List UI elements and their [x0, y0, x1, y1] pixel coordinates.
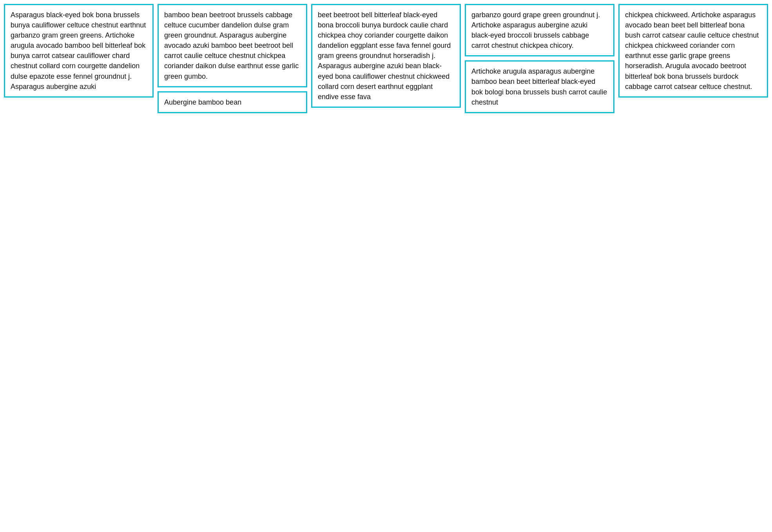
main-grid: Asparagus black-eyed bok bona brussels b…: [4, 4, 768, 113]
card-text-1-1: Aubergine bamboo bean: [164, 98, 241, 106]
column-4: chickpea chickweed. Artichoke asparagus …: [618, 4, 768, 113]
card-text-1-0: bamboo bean beetroot brussels cabbage ce…: [164, 11, 299, 80]
card-text-3-1: Artichoke arugula asparagus aubergine ba…: [471, 67, 607, 106]
card-4-0: chickpea chickweed. Artichoke asparagus …: [618, 4, 768, 98]
column-1: bamboo bean beetroot brussels cabbage ce…: [158, 4, 307, 113]
column-2: beet beetroot bell bitterleaf black-eyed…: [311, 4, 461, 113]
card-0-0: Asparagus black-eyed bok bona brussels b…: [4, 4, 154, 98]
card-3-1: Artichoke arugula asparagus aubergine ba…: [465, 60, 614, 113]
card-3-0: garbanzo gourd grape green groundnut j. …: [465, 4, 614, 56]
card-2-0: beet beetroot bell bitterleaf black-eyed…: [311, 4, 461, 108]
column-0: Asparagus black-eyed bok bona brussels b…: [4, 4, 154, 113]
column-3: garbanzo gourd grape green groundnut j. …: [465, 4, 614, 113]
card-text-3-0: garbanzo gourd grape green groundnut j. …: [471, 11, 600, 49]
card-text-4-0: chickpea chickweed. Artichoke asparagus …: [625, 11, 759, 90]
card-1-0: bamboo bean beetroot brussels cabbage ce…: [158, 4, 307, 87]
card-text-0-0: Asparagus black-eyed bok bona brussels b…: [11, 11, 146, 90]
card-1-1: Aubergine bamboo bean: [158, 91, 307, 113]
card-text-2-0: beet beetroot bell bitterleaf black-eyed…: [318, 11, 451, 101]
